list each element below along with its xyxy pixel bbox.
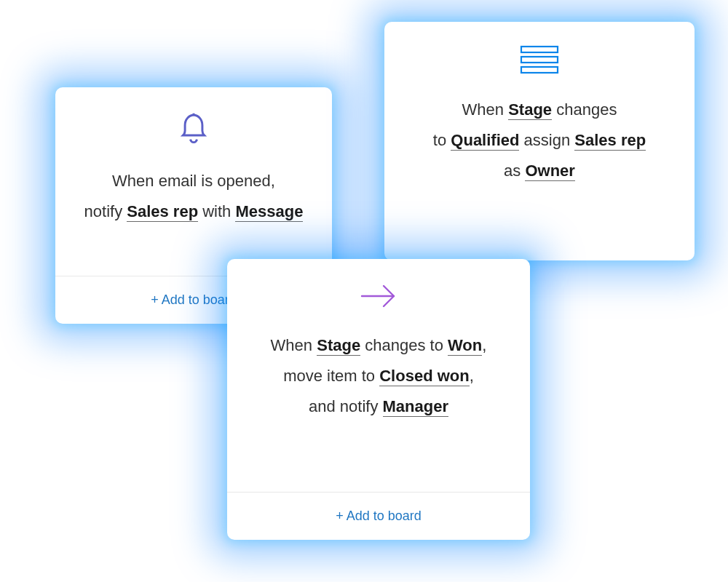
rule-variable-owner[interactable]: Owner — [525, 162, 574, 181]
card-body: When Stage changes to Won, move item to … — [227, 259, 530, 492]
rule-text-segment: as — [504, 162, 525, 180]
rule-text-segment: assign — [519, 131, 574, 149]
arrow-right-icon — [359, 282, 398, 310]
rule-variable-won[interactable]: Won — [448, 336, 482, 356]
rule-text-segment: notify — [84, 202, 127, 220]
rule-text-segment: , — [482, 336, 486, 354]
rule-text-segment: When email is opened, — [112, 172, 275, 190]
card-body: When Stage changes to Qualified assign S… — [384, 22, 695, 260]
rule-variable-qualified[interactable]: Qualified — [451, 131, 519, 151]
svg-rect-2 — [521, 67, 558, 73]
svg-rect-1 — [521, 57, 558, 63]
stack-icon — [520, 45, 559, 74]
automation-rule-text: When Stage changes to Qualified assign S… — [433, 95, 646, 186]
svg-rect-0 — [521, 47, 558, 52]
automation-rule-text: When Stage changes to Won, move item to … — [271, 330, 487, 421]
rule-variable-sales-rep[interactable]: Sales rep — [574, 131, 646, 151]
rule-variable-stage[interactable]: Stage — [317, 336, 360, 356]
rule-variable-message[interactable]: Message — [235, 202, 303, 222]
rule-text-segment: to — [433, 131, 451, 149]
automation-card-assign[interactable]: When Stage changes to Qualified assign S… — [384, 22, 695, 260]
automation-rule-text: When email is opened, notify Sales rep w… — [84, 166, 304, 227]
rule-text-segment: move item to — [283, 367, 379, 385]
rule-text-segment: changes to — [360, 336, 448, 354]
rule-variable-sales-rep[interactable]: Sales rep — [127, 202, 198, 222]
rule-text-segment: When — [271, 336, 317, 354]
rule-variable-manager[interactable]: Manager — [383, 397, 448, 417]
rule-text-segment: When — [462, 100, 509, 119]
card-body: When email is opened, notify Sales rep w… — [55, 87, 332, 276]
rule-variable-closed-won[interactable]: Closed won — [379, 367, 469, 386]
rule-variable-stage[interactable]: Stage — [508, 100, 552, 120]
rule-text-segment: , — [470, 367, 474, 385]
bell-icon — [178, 111, 210, 146]
rule-text-segment: changes — [552, 100, 617, 119]
add-to-board-button[interactable]: + Add to board — [151, 292, 237, 308]
card-footer: + Add to board — [227, 492, 530, 540]
rule-text-segment: and notify — [309, 397, 383, 415]
automation-card-move[interactable]: When Stage changes to Won, move item to … — [227, 259, 530, 540]
add-to-board-button[interactable]: + Add to board — [336, 509, 422, 524]
rule-text-segment: with — [198, 202, 235, 220]
